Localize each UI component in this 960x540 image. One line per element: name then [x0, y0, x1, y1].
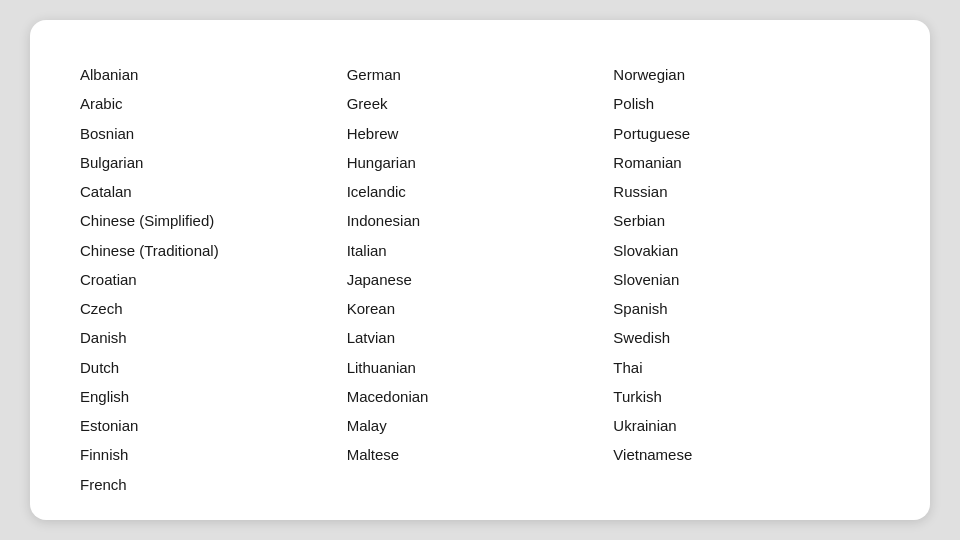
language-column-3: NorwegianPolishPortugueseRomanianRussian… — [613, 60, 880, 480]
language-item: Greek — [347, 89, 614, 118]
language-item: Indonesian — [347, 206, 614, 235]
language-item: Lithuanian — [347, 353, 614, 382]
language-item: Swedish — [613, 323, 880, 352]
language-item: Chinese (Simplified) — [80, 206, 347, 235]
language-item: German — [347, 60, 614, 89]
language-item: Latvian — [347, 323, 614, 352]
language-item: Finnish — [80, 440, 347, 469]
language-columns: AlbanianArabicBosnianBulgarianCatalanChi… — [80, 60, 880, 480]
language-item: Hebrew — [347, 119, 614, 148]
language-item: Serbian — [613, 206, 880, 235]
language-item: Portuguese — [613, 119, 880, 148]
language-item: Norwegian — [613, 60, 880, 89]
language-item: Croatian — [80, 265, 347, 294]
language-item: Bulgarian — [80, 148, 347, 177]
language-item: Korean — [347, 294, 614, 323]
language-item: Icelandic — [347, 177, 614, 206]
language-item: Malay — [347, 411, 614, 440]
language-item: Macedonian — [347, 382, 614, 411]
language-item: Slovakian — [613, 236, 880, 265]
language-item: Catalan — [80, 177, 347, 206]
language-item: Danish — [80, 323, 347, 352]
language-item: Slovenian — [613, 265, 880, 294]
language-item: Dutch — [80, 353, 347, 382]
language-item: Italian — [347, 236, 614, 265]
language-list-card: AlbanianArabicBosnianBulgarianCatalanChi… — [30, 20, 930, 520]
language-item: French — [80, 470, 347, 499]
language-item: Bosnian — [80, 119, 347, 148]
language-item: Ukrainian — [613, 411, 880, 440]
language-item: Arabic — [80, 89, 347, 118]
language-item: Albanian — [80, 60, 347, 89]
language-item: English — [80, 382, 347, 411]
language-item: Thai — [613, 353, 880, 382]
language-item: Russian — [613, 177, 880, 206]
language-column-2: GermanGreekHebrewHungarianIcelandicIndon… — [347, 60, 614, 480]
language-item: Polish — [613, 89, 880, 118]
language-item: Czech — [80, 294, 347, 323]
language-item: Estonian — [80, 411, 347, 440]
language-item: Spanish — [613, 294, 880, 323]
language-item: Hungarian — [347, 148, 614, 177]
language-item: Chinese (Traditional) — [80, 236, 347, 265]
language-item: Turkish — [613, 382, 880, 411]
language-item: Japanese — [347, 265, 614, 294]
language-item: Maltese — [347, 440, 614, 469]
language-column-1: AlbanianArabicBosnianBulgarianCatalanChi… — [80, 60, 347, 480]
language-item: Romanian — [613, 148, 880, 177]
language-item: Vietnamese — [613, 440, 880, 469]
